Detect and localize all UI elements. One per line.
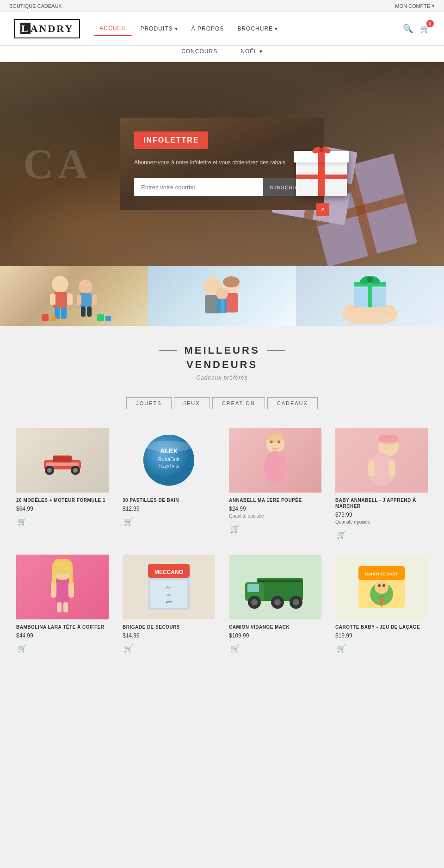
newsletter-subtitle: Abonnez-vous à notre infolettre et vous …: [134, 158, 310, 167]
svg-point-46: [264, 451, 287, 483]
strip-item-family: [148, 266, 296, 326]
product-image-1: [16, 428, 109, 493]
product-img-placeholder-6: MECCANO 8+ 87 pcs: [123, 555, 215, 619]
product-card-6: MECCANO 8+ 87 pcs BRIGADE DE SECOURS $14…: [116, 548, 222, 661]
title-line2: VENDEURS: [9, 359, 435, 371]
svg-rect-13: [51, 317, 56, 321]
product-price-5: $44.99: [16, 632, 33, 639]
nav-item-brochure[interactable]: BROCHURE ▾: [232, 22, 284, 36]
product-card-2: ALEX RubaDub FizzyTints 30 PASTILLES DE …: [116, 421, 222, 548]
svg-rect-37: [53, 456, 72, 462]
product-price-1: $64.99: [16, 506, 33, 512]
image-strip: [0, 266, 444, 326]
filter-tabs: JOUETS JEUX CRÉATION CADEAUX: [0, 390, 444, 421]
cart-button[interactable]: 🛒 0: [420, 24, 430, 34]
section-title-1: MEILLEURS: [184, 344, 259, 356]
svg-rect-2: [50, 293, 56, 305]
add-to-cart-6[interactable]: 🛒: [123, 643, 135, 654]
svg-text:87: 87: [167, 593, 171, 597]
product-name-7: CAMION VIDANGE MACK: [229, 624, 290, 630]
product-price-2: $12.99: [123, 506, 140, 512]
product-card-8: CAROTTE BABY CAROTTE BABY - JEU DE LAÇAG…: [328, 548, 435, 661]
nav-item-apropos[interactable]: À PROPOS: [186, 22, 230, 36]
nav-item-noel[interactable]: NOËL ▾: [236, 46, 267, 57]
section-title-wrapper: MEILLEURS VENDEURS Cadeaux préférés: [0, 326, 444, 390]
mon-compte-menu[interactable]: MON COMPTE ▾: [395, 3, 435, 9]
products-grid: 20 MODÈLES + MOTEUR FORMULE 1 $64.99 🛒 A…: [0, 421, 444, 675]
svg-text:CAROTTE BABY: CAROTTE BABY: [365, 572, 398, 576]
product-name-3: ANNABELL MA 1ERE POUPÉE: [229, 497, 302, 503]
nav-item-concours[interactable]: CONCOURS: [177, 46, 222, 57]
svg-rect-64: [52, 566, 56, 585]
svg-point-36: [73, 468, 78, 473]
svg-rect-52: [368, 460, 375, 476]
hero-section: CA INFOLETTRE Abonnez-vous à notre infol…: [0, 62, 444, 266]
add-to-cart-7[interactable]: 🛒: [229, 643, 241, 654]
svg-point-6: [79, 280, 92, 293]
svg-point-88: [378, 584, 381, 587]
product-image-2: ALEX RubaDub FizzyTints: [123, 428, 215, 493]
svg-text:FizzyTints: FizzyTints: [159, 463, 179, 468]
svg-point-34: [47, 468, 52, 473]
svg-rect-75: [247, 584, 259, 592]
svg-point-44: [146, 441, 192, 452]
nav-item-produits[interactable]: PRODUITS ▾: [135, 22, 183, 36]
add-to-cart-4[interactable]: 🛒: [335, 529, 347, 541]
product-image-5: [16, 555, 109, 619]
filter-cadeaux[interactable]: CADEAUX: [267, 397, 318, 409]
search-icon[interactable]: 🔍: [403, 24, 413, 34]
logo[interactable]: LANDRY: [14, 19, 80, 38]
svg-text:8+: 8+: [166, 586, 171, 590]
top-bar: BOUTIQUE CADEAUX MON COMPTE ▾: [0, 0, 444, 12]
add-to-cart-1[interactable]: 🛒: [16, 516, 28, 527]
gift-hands-illustration: [328, 268, 412, 324]
title-line1: MEILLEURS: [9, 344, 435, 356]
product-out-4: Quantité épuisée: [335, 519, 370, 525]
product-price-6: $14.99: [123, 632, 140, 639]
nav-item-accueil[interactable]: ACCUEIL: [94, 21, 132, 36]
carotte-baby-svg: CAROTTE BABY: [354, 562, 409, 612]
product-name-6: BRIGADE DE SECOURS: [123, 624, 180, 630]
product-out-3: Quantité épuisée: [229, 513, 264, 518]
svg-rect-61: [57, 602, 62, 612]
product-name-2: 30 PASTILLES DE BAIN: [123, 497, 179, 503]
main-nav: ACCUEIL PRODUITS ▾ À PROPOS BROCHURE ▾: [94, 21, 389, 36]
svg-point-77: [251, 599, 258, 606]
filter-jouets[interactable]: JOUETS: [126, 397, 171, 409]
svg-rect-14: [97, 314, 104, 321]
add-to-cart-5[interactable]: 🛒: [16, 643, 28, 654]
filter-jeux[interactable]: JEUX: [174, 397, 210, 409]
svg-point-81: [293, 599, 299, 606]
product-img-placeholder-2: ALEX RubaDub FizzyTints: [123, 428, 215, 493]
svg-point-0: [52, 276, 68, 293]
title-dash-left: [159, 350, 177, 351]
product-card-3: ANNABELL MA 1ERE POUPÉE $24.99 Quantité …: [222, 421, 328, 548]
product-card-4: BABY ANNABELL - J'APPREND À MARCHER $79.…: [328, 421, 435, 548]
svg-rect-28: [354, 282, 386, 287]
baby-doll-svg: [361, 432, 402, 488]
section-title-2: VENDEURS: [186, 359, 258, 371]
filter-creation[interactable]: CRÉATION: [212, 397, 265, 409]
family-illustration: [180, 268, 264, 324]
product-img-placeholder-5: [16, 555, 109, 619]
email-input[interactable]: [134, 178, 263, 196]
svg-point-79: [274, 599, 281, 606]
svg-text:pcs: pcs: [166, 600, 172, 604]
svg-point-22: [223, 276, 240, 287]
svg-rect-82: [258, 580, 302, 582]
svg-point-87: [375, 580, 388, 594]
children-illustration: [32, 268, 116, 324]
svg-rect-53: [388, 460, 395, 476]
add-to-cart-3[interactable]: 🛒: [229, 523, 241, 535]
svg-rect-5: [61, 307, 67, 319]
product-name-4: BABY ANNABELL - J'APPREND À MARCHER: [335, 497, 428, 509]
title-dash-right: [267, 350, 285, 351]
svg-point-20: [216, 287, 228, 300]
svg-point-31: [367, 277, 373, 282]
product-price-3: $24.99: [229, 506, 246, 512]
add-to-cart-8[interactable]: 🛒: [335, 643, 347, 654]
add-to-cart-2[interactable]: 🛒: [123, 516, 135, 527]
product-img-placeholder-7: [229, 555, 321, 619]
truck-svg: [243, 564, 308, 610]
cart-badge: 0: [426, 20, 434, 27]
